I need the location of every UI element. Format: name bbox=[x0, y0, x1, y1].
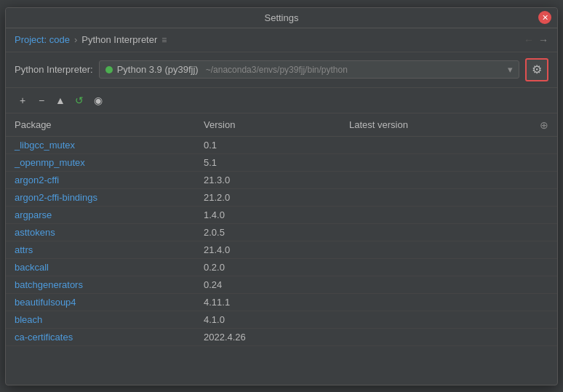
eye-button[interactable]: ◉ bbox=[90, 92, 106, 108]
navigation-arrows: ← → bbox=[524, 34, 548, 46]
cell-version: 1.4.0 bbox=[195, 207, 340, 223]
cell-package: argparse bbox=[6, 207, 195, 223]
remove-button[interactable]: − bbox=[33, 92, 49, 108]
cell-latest bbox=[340, 137, 557, 153]
title-bar: Settings ✕ bbox=[6, 8, 557, 28]
cell-version: 21.3.0 bbox=[195, 172, 340, 188]
cell-version: 5.1 bbox=[195, 154, 340, 171]
cell-latest bbox=[340, 259, 557, 276]
table-row[interactable]: argon2-cffi-bindings21.2.0 bbox=[6, 189, 557, 207]
cell-latest bbox=[340, 207, 557, 223]
cell-package: backcall bbox=[6, 259, 195, 276]
table-row[interactable]: _libgcc_mutex0.1 bbox=[6, 137, 557, 154]
interpreter-path: ~/anaconda3/envs/py39fjj/bin/python bbox=[206, 65, 348, 75]
cell-package: ca-certificates bbox=[6, 329, 195, 345]
loading-icon: ⊕ bbox=[540, 119, 548, 131]
table-row[interactable]: attrs21.4.0 bbox=[6, 241, 557, 259]
col-header-package: Package bbox=[6, 116, 195, 133]
table-row[interactable]: bleach4.1.0 bbox=[6, 311, 557, 329]
breadcrumb: Project: code › Python Interpreter ≡ bbox=[15, 34, 167, 45]
cell-version: 2.0.5 bbox=[195, 224, 340, 241]
toolbar: + − ▲ ↺ ◉ bbox=[6, 88, 557, 113]
col-header-latest: Latest version bbox=[340, 116, 557, 133]
table-row[interactable]: _openmp_mutex5.1 bbox=[6, 154, 557, 172]
cell-package: batchgenerators bbox=[6, 276, 195, 293]
table-row[interactable]: backcall0.2.0 bbox=[6, 259, 557, 276]
table-row[interactable]: argparse1.4.0 bbox=[6, 207, 557, 224]
add-button[interactable]: + bbox=[15, 92, 31, 108]
refresh-button[interactable]: ↺ bbox=[71, 92, 87, 108]
cell-latest bbox=[340, 189, 557, 206]
packages-table-container: Package Version Latest version _libgcc_m… bbox=[6, 113, 557, 385]
cell-version: 21.2.0 bbox=[195, 189, 340, 206]
cell-latest bbox=[340, 224, 557, 241]
cell-package: asttokens bbox=[6, 224, 195, 241]
cell-latest bbox=[340, 329, 557, 345]
forward-arrow[interactable]: → bbox=[538, 34, 548, 46]
cell-latest bbox=[340, 311, 557, 328]
cell-latest bbox=[340, 294, 557, 311]
cell-latest bbox=[340, 154, 557, 171]
dropdown-arrow-icon: ▾ bbox=[508, 64, 513, 75]
dialog-title: Settings bbox=[265, 12, 299, 23]
breadcrumb-menu-icon[interactable]: ≡ bbox=[161, 35, 167, 45]
cell-version: 2022.4.26 bbox=[195, 329, 340, 345]
settings-dialog: Settings ✕ Project: code › Python Interp… bbox=[5, 7, 558, 385]
cell-latest bbox=[340, 241, 557, 258]
table-row[interactable]: argon2-cffi21.3.0 bbox=[6, 172, 557, 189]
interpreter-status-dot bbox=[105, 66, 113, 73]
breadcrumb-separator: › bbox=[74, 34, 77, 45]
table-row[interactable]: batchgenerators0.24 bbox=[6, 276, 557, 294]
cell-package: argon2-cffi bbox=[6, 172, 195, 188]
close-button[interactable]: ✕ bbox=[538, 11, 551, 24]
cell-package: _openmp_mutex bbox=[6, 154, 195, 171]
cell-package: beautifulsoup4 bbox=[6, 294, 195, 311]
cell-version: 0.24 bbox=[195, 276, 340, 293]
breadcrumb-current: Python Interpreter bbox=[81, 34, 157, 45]
cell-version: 4.1.0 bbox=[195, 311, 340, 328]
table-header: Package Version Latest version bbox=[6, 113, 557, 137]
col-header-version: Version bbox=[195, 116, 340, 133]
table-row[interactable]: asttokens2.0.5 bbox=[6, 224, 557, 241]
back-arrow[interactable]: ← bbox=[524, 34, 534, 46]
table-body[interactable]: _libgcc_mutex0.1_openmp_mutex5.1argon2-c… bbox=[6, 137, 557, 385]
interpreter-label: Python Interpreter: bbox=[15, 64, 93, 75]
cell-version: 0.2.0 bbox=[195, 259, 340, 276]
interpreter-dropdown[interactable]: Python 3.9 (py39fjj) ~/anaconda3/envs/py… bbox=[99, 60, 519, 79]
table-row[interactable]: beautifulsoup44.11.1 bbox=[6, 294, 557, 311]
up-button[interactable]: ▲ bbox=[52, 92, 68, 108]
interpreter-bar: Python Interpreter: Python 3.9 (py39fjj)… bbox=[6, 52, 557, 88]
cell-package: argon2-cffi-bindings bbox=[6, 189, 195, 206]
cell-version: 21.4.0 bbox=[195, 241, 340, 258]
gear-button[interactable]: ⚙ bbox=[525, 58, 548, 81]
cell-package: bleach bbox=[6, 311, 195, 328]
breadcrumb-bar: Project: code › Python Interpreter ≡ ← → bbox=[6, 28, 557, 52]
table-row[interactable]: ca-certificates2022.4.26 bbox=[6, 329, 557, 346]
cell-package: _libgcc_mutex bbox=[6, 137, 195, 153]
cell-latest bbox=[340, 276, 557, 293]
interpreter-name: Python 3.9 (py39fjj) bbox=[117, 64, 199, 75]
cell-latest bbox=[340, 172, 557, 188]
breadcrumb-project[interactable]: Project: code bbox=[15, 34, 70, 45]
cell-package: attrs bbox=[6, 241, 195, 258]
cell-version: 0.1 bbox=[195, 137, 340, 153]
cell-version: 4.11.1 bbox=[195, 294, 340, 311]
